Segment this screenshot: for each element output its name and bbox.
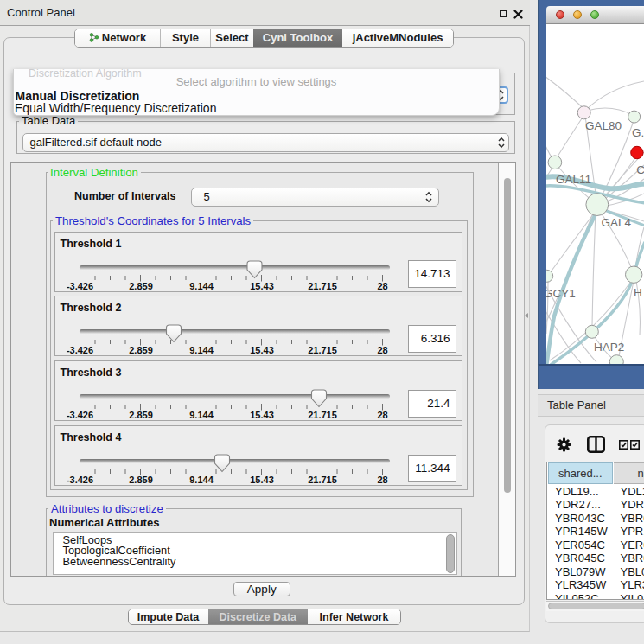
svg-text:-3.426: -3.426 [66,281,92,291]
svg-text:-3.426: -3.426 [66,475,92,485]
svg-text:HAP2: HAP2 [594,341,624,354]
svg-text:9.144: 9.144 [189,475,214,485]
svg-text:15.43: 15.43 [250,475,274,485]
svg-text:GCY1: GCY1 [546,287,576,300]
svg-text:28: 28 [377,281,387,291]
svg-text:-3.426: -3.426 [66,345,92,355]
svg-text:2.859: 2.859 [129,345,153,355]
svg-text:28: 28 [377,345,387,355]
svg-text:H: H [634,286,642,299]
svg-text:15.43: 15.43 [250,281,274,291]
svg-text:21.715: 21.715 [308,410,337,420]
svg-text:15.43: 15.43 [250,410,274,420]
svg-text:21.715: 21.715 [308,281,337,291]
svg-text:2.859: 2.859 [129,475,153,485]
svg-text:9.144: 9.144 [189,345,214,355]
svg-text:C: C [636,163,644,176]
svg-text:21.715: 21.715 [308,345,337,355]
svg-text:GAL80: GAL80 [585,119,622,132]
svg-text:G.: G. [632,126,644,139]
svg-text:28: 28 [377,475,387,485]
svg-text:9.144: 9.144 [189,410,214,420]
svg-text:28: 28 [377,410,387,420]
svg-text:GAL11: GAL11 [556,173,591,186]
svg-text:2.859: 2.859 [129,281,153,291]
svg-text:9.144: 9.144 [189,281,214,291]
svg-text:15.43: 15.43 [250,345,274,355]
svg-text:2.859: 2.859 [129,410,153,420]
svg-text:21.715: 21.715 [308,475,337,485]
svg-text:GAL4: GAL4 [601,216,631,229]
svg-text:-3.426: -3.426 [66,410,92,420]
